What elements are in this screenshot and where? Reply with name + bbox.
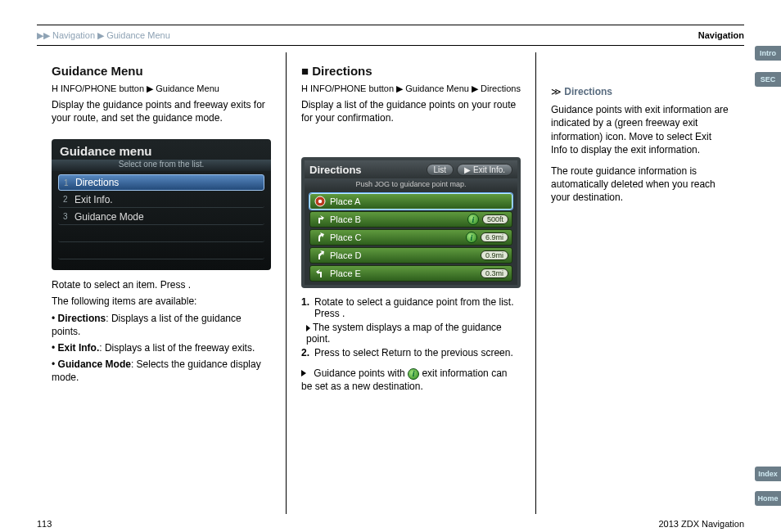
path-seg: Guidance Menu: [156, 83, 219, 93]
tab-label: Intro: [760, 49, 776, 57]
dir-label: Place B: [330, 214, 464, 224]
turn-left-icon: [314, 267, 327, 280]
note-1: Guidance points with exit information ar…: [551, 103, 729, 156]
heading-guidance-menu: Guidance Menu: [52, 64, 271, 78]
direction-row[interactable]: Place C i 6.9mi: [309, 229, 512, 246]
menu-item-exit-info[interactable]: 2 Exit Info.: [58, 192, 264, 208]
breadcrumb-bar: ▶▶ Navigation ▶ Guidance Menu Navigation: [37, 25, 744, 46]
info-icon: i: [467, 214, 479, 225]
step-1: 1.Rotate to select a guidance point from…: [301, 296, 521, 319]
footer-right: 2013 ZDX Navigation: [658, 519, 744, 529]
direction-row[interactable]: Place E 0.3mi: [309, 265, 512, 282]
row-label: Directions: [75, 177, 119, 188]
row-num: 3: [63, 212, 74, 221]
shot-list: 1 Directions 2 Exit Info. 3 Guidance Mod…: [58, 174, 264, 259]
menu-item-directions[interactable]: 1 Directions: [58, 174, 264, 191]
row-label: Exit Info.: [74, 194, 113, 205]
item-directions: • Directions: Displays a list of the gui…: [52, 312, 271, 338]
path-seg: INFO/PHONE button: [61, 83, 144, 93]
dir-label: Place C: [330, 232, 463, 242]
row-num: 2: [63, 195, 74, 204]
page-number: 113: [37, 519, 52, 529]
intro-text: Display a list of the guidance points on…: [301, 98, 521, 124]
triangle-bullet-icon: [301, 370, 306, 376]
distance-pill: 0.3mi: [481, 268, 508, 278]
dirs-hint: Push JOG to guidance point map.: [305, 178, 517, 190]
tab-sec[interactable]: SEC: [755, 72, 781, 87]
note-text: Guidance points with i exit information …: [301, 367, 521, 393]
directions-header: Directions List ▶ Exit Info.: [305, 160, 517, 178]
column-notes: ≫ Directions Guidance points with exit i…: [535, 52, 744, 514]
right-arrow-icon: [306, 325, 310, 331]
guidance-menu-screenshot: Guidance menu Select one from the list. …: [52, 139, 271, 270]
menu-item-guidance-mode[interactable]: 3 Guidance Mode: [58, 209, 264, 225]
info-icon: i: [408, 368, 419, 380]
tab-intro[interactable]: Intro: [755, 46, 781, 61]
heading-directions: ■ Directions: [301, 64, 521, 78]
empty-row: [58, 243, 264, 259]
column-directions: ■ Directions H INFO/PHONE button ▶ Guida…: [286, 52, 535, 514]
bear-right-icon: [314, 249, 327, 262]
svg-point-1: [318, 200, 322, 203]
tab-index[interactable]: Index: [755, 467, 781, 481]
distance-pill: 0.9mi: [481, 250, 508, 260]
tab-label: Home: [757, 494, 778, 503]
step-2: 2.Press to select Return to the previous…: [301, 347, 521, 358]
direction-row[interactable]: Place B i 500ft: [309, 211, 512, 228]
info-icon: i: [466, 232, 477, 243]
after-screen-instruction: Rotate to select an item. Press .: [52, 278, 271, 291]
turn-right-icon: [314, 213, 327, 226]
menu-path: H INFO/PHONE button ▶ Guidance Menu: [52, 83, 271, 95]
step-result: The system displays a map of the guidanc…: [301, 322, 521, 345]
dir-label: Place D: [330, 250, 477, 260]
dirs-list: Place A Place B i 500ft Place C i 6.9mi …: [305, 190, 517, 286]
menu-path: H INFO/PHONE button ▶ Guidance Menu ▶ Di…: [301, 83, 521, 95]
breadcrumb: ▶▶ Navigation ▶ Guidance Menu: [37, 30, 170, 41]
return-button[interactable]: RETURN: [305, 286, 517, 288]
dir-label: Place A: [330, 196, 508, 206]
exit-info-button[interactable]: ▶ Exit Info.: [457, 164, 512, 176]
column-guidance-menu: Guidance Menu H INFO/PHONE button ▶ Guid…: [37, 52, 286, 514]
distance-pill: 6.9mi: [481, 232, 508, 242]
note-2: The route guidance information is automa…: [551, 165, 729, 205]
item-exit-info: • Exit Info.: Displays a list of the fre…: [52, 341, 271, 354]
direction-row[interactable]: Place A: [309, 193, 512, 210]
intro-text: Display the guidance points and freeway …: [52, 98, 271, 124]
distance-pill: 500ft: [482, 214, 508, 224]
slight-right-icon: [314, 231, 327, 244]
destination-icon: [314, 195, 327, 208]
items-lead: The following items are available:: [52, 295, 271, 308]
shot-subtitle: Select one from the list.: [52, 160, 271, 171]
dir-label: Place E: [330, 268, 477, 278]
section-title: Navigation: [698, 30, 744, 40]
dirs-title: Directions: [309, 164, 362, 176]
main-columns: Guidance Menu H INFO/PHONE button ▶ Guid…: [37, 52, 744, 514]
tab-label: Index: [758, 470, 778, 478]
item-guidance-mode: • Guidance Mode: Selects the guidance di…: [52, 358, 271, 384]
footer: 113 2013 ZDX Navigation: [37, 519, 744, 529]
list-button[interactable]: List: [427, 164, 454, 176]
blue-heading: ≫ Directions: [551, 85, 729, 98]
row-label: Guidance Mode: [74, 211, 144, 223]
tab-label: SEC: [761, 75, 776, 83]
steps-block: 1.Rotate to select a guidance point from…: [301, 296, 521, 358]
shot-title: Guidance menu: [52, 139, 271, 158]
direction-row[interactable]: Place D 0.9mi: [309, 247, 512, 264]
tab-home[interactable]: Home: [755, 491, 781, 506]
row-num: 1: [64, 178, 75, 187]
empty-row: [58, 226, 264, 242]
directions-screenshot: Directions List ▶ Exit Info. Push JOG to…: [301, 157, 521, 288]
